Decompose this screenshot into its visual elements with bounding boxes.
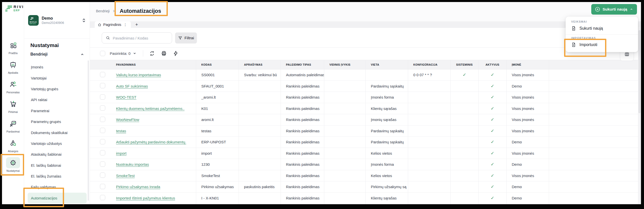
automation-link[interactable]: SmokeTest — [116, 174, 135, 178]
automation-link[interactable]: Pirkimo užsakymas Inrada — [116, 185, 160, 189]
rail-item-apskaita[interactable]: Apskaita — [2, 57, 24, 76]
header-vieta[interactable]: VIETA — [365, 60, 408, 69]
sidebar-scrollbar[interactable] — [88, 60, 89, 201]
refresh-button[interactable] — [149, 51, 155, 56]
sidebar-item-parametrai[interactable]: Parametrai — [28, 105, 87, 116]
sidebar-item-ataskaitu-sablonai[interactable]: Ataskaitų šablonai — [28, 149, 87, 160]
rail-item-pardavimai[interactable]: Pardavimai — [2, 116, 24, 135]
chevron-right-icon — [112, 9, 116, 13]
page-scrollbar-thumb[interactable] — [638, 30, 640, 113]
row-checkbox[interactable] — [100, 83, 105, 88]
automation-link[interactable]: Klientų duomenų keitimas pažymėtiems.. — [116, 106, 185, 111]
automation-link[interactable]: WooNewFlow — [116, 117, 139, 122]
header-vidinis-ivykis[interactable]: VIDINIS ĮVYKIS — [324, 60, 365, 69]
cell-sisteminis-check — [450, 181, 478, 193]
sidebar-item-el-laisku-sablonai[interactable]: El. laiškų šablonai — [28, 160, 87, 171]
workspace-selector[interactable]: RIVILE ERP demo Demo Demo20240906 — [28, 15, 86, 26]
header-pavadinimas[interactable]: PAVADINIMAS — [112, 60, 196, 69]
automation-link[interactable]: WOO-TEST — [116, 95, 136, 99]
print-button[interactable] — [161, 51, 167, 56]
sidebar-item-automatizacijos[interactable]: Automatizacijos — [28, 193, 87, 203]
sidebar-item-dokumentu-skaitliukai[interactable]: Dokumentų skaitliukai — [28, 127, 87, 138]
menu-item-importuoti[interactable]: Importuoti — [566, 40, 638, 49]
cell-vieta: Pirkimų užsakymų są — [365, 181, 408, 193]
cell-konfiguracija — [408, 103, 450, 114]
sidebar-item-parametru-grupes[interactable]: Parametrų grupės — [28, 116, 87, 127]
cell-aktyvus-check: ✓ — [478, 170, 506, 181]
cell-paleidimo-tipas: Rankinis paleidimas — [281, 125, 324, 137]
cell-aprasymas — [239, 92, 281, 103]
rail-label: Personalas — [7, 91, 20, 94]
rail-item-atsargos[interactable]: Atsargos — [2, 135, 24, 155]
breadcrumb-bendrieji[interactable]: Bendrieji — [96, 9, 110, 13]
table-row: Auto SF sukūrimas SFAUT_0001 Rankinis pa… — [90, 80, 638, 92]
automation-link[interactable]: Auto SF sukūrimas — [116, 84, 148, 88]
automation-link[interactable]: Valiutų kurso importavimas — [116, 73, 161, 77]
shapes-icon — [6, 138, 20, 149]
run-button[interactable] — [173, 51, 179, 56]
row-checkbox[interactable] — [100, 139, 105, 144]
row-checkbox[interactable] — [100, 72, 105, 77]
cell-filler — [549, 170, 638, 181]
sidebar-items: Įmonės Vartotojai Vartotojų grupės API r… — [28, 62, 87, 203]
chevron-down-icon[interactable] — [133, 52, 136, 55]
sidebar-item-label: Vartotojų grupės — [31, 87, 58, 91]
rail-label: Pardavimai — [7, 130, 20, 133]
sidebar-item-vartotoju-grupes[interactable]: Vartotojų grupės — [28, 83, 87, 94]
cell-aprasymas — [239, 125, 281, 137]
cell-aktyvus-check: ✓ — [478, 181, 506, 193]
sidebar-item-imones[interactable]: Įmonės — [28, 62, 87, 72]
row-checkbox[interactable] — [100, 105, 105, 111]
tab-menu-kebab-icon[interactable]: ⋮ — [124, 23, 127, 27]
create-new-button[interactable]: Sukurti naują — [591, 4, 637, 15]
tab-pagrindinis[interactable]: Pagrindinis ⋮ — [95, 21, 131, 28]
header-imone[interactable]: ĮMONĖ — [506, 60, 549, 69]
sidebar-item-failu-valdymas[interactable]: Failų valdymas — [28, 182, 87, 192]
select-all-checkbox[interactable] — [100, 51, 105, 56]
search-input[interactable] — [113, 36, 172, 40]
sidebar-group-label: Bendrieji — [30, 52, 47, 57]
cell-vidinis-ivykis — [324, 170, 365, 181]
row-checkbox[interactable] — [100, 195, 105, 200]
row-checkbox[interactable] — [100, 161, 105, 167]
row-checkbox[interactable] — [100, 128, 105, 133]
filters-button[interactable]: Filtrai — [175, 32, 197, 44]
header-sisteminis[interactable]: SISTEMINIS — [450, 60, 478, 69]
sidebar-item-api-raktai[interactable]: API raktai — [28, 94, 87, 105]
tab-label: Pagrindinis — [103, 23, 121, 27]
add-tab-button[interactable]: + — [131, 21, 142, 28]
automation-link[interactable]: Imported Ištrinti pažymėtus klientus — [116, 196, 175, 200]
sidebar-item-vartotojai[interactable]: Vartotojai — [28, 72, 87, 83]
row-checkbox[interactable] — [100, 117, 105, 122]
header-paleidimo-tipas[interactable]: PALEIDIMO TIPAS — [281, 60, 324, 69]
table-row: Pirkimo užsakymas Inrada Pirkimo užsakym… — [90, 181, 638, 193]
breadcrumb: Bendrieji Automatizacijos — [96, 6, 161, 16]
row-checkbox[interactable] — [100, 173, 105, 178]
automation-link[interactable]: Nuotrauku importas — [116, 162, 149, 166]
header-kodas[interactable]: KODAS — [196, 60, 239, 69]
automation-link[interactable]: testas — [116, 129, 126, 133]
cell-sisteminis-check — [450, 148, 478, 159]
header-aktyvus[interactable]: AKTYVUS — [478, 60, 506, 69]
rail-item-pirkimai[interactable]: Pirkimai — [2, 96, 24, 116]
sidebar-item-vartotojo-uzduotys[interactable]: Vartotojo užduotys — [28, 138, 87, 149]
rail-item-personalas[interactable]: Personalas — [2, 76, 24, 96]
menu-item-sukurti-nauja[interactable]: Sukurti naują — [566, 24, 638, 33]
row-checkbox[interactable] — [100, 94, 105, 100]
rail-item-nustatymai[interactable]: Nustatymai — [2, 155, 24, 175]
row-checkbox[interactable] — [100, 184, 105, 189]
row-checkbox[interactable] — [100, 150, 105, 155]
cell-filler — [549, 114, 638, 126]
automation-link[interactable]: Atšaukti pažymėtų pardavimo dokumentų. — [116, 140, 186, 144]
sidebar-title: Nustatymai — [30, 42, 59, 48]
sidebar-item-el-laisku-zurnalas[interactable]: El. laiškų žurnalas — [28, 171, 87, 182]
sidebar-group-bendrieji[interactable]: Bendrieji — [30, 52, 84, 57]
header-konfiguracija[interactable]: KONFIGŪRACIJA — [408, 60, 450, 69]
chevron-up-icon — [80, 53, 84, 56]
page-scrollbar-track[interactable] — [638, 27, 641, 204]
automation-link[interactable]: import — [116, 151, 127, 155]
rail-item-pradzia[interactable]: Pradžia — [2, 37, 24, 57]
header-aprasymas[interactable]: APRAŠYMAS — [239, 60, 281, 69]
cell-paleidimo-tipas: Rankinis paleidimas — [281, 103, 324, 114]
cell-sisteminis-check — [450, 159, 478, 170]
